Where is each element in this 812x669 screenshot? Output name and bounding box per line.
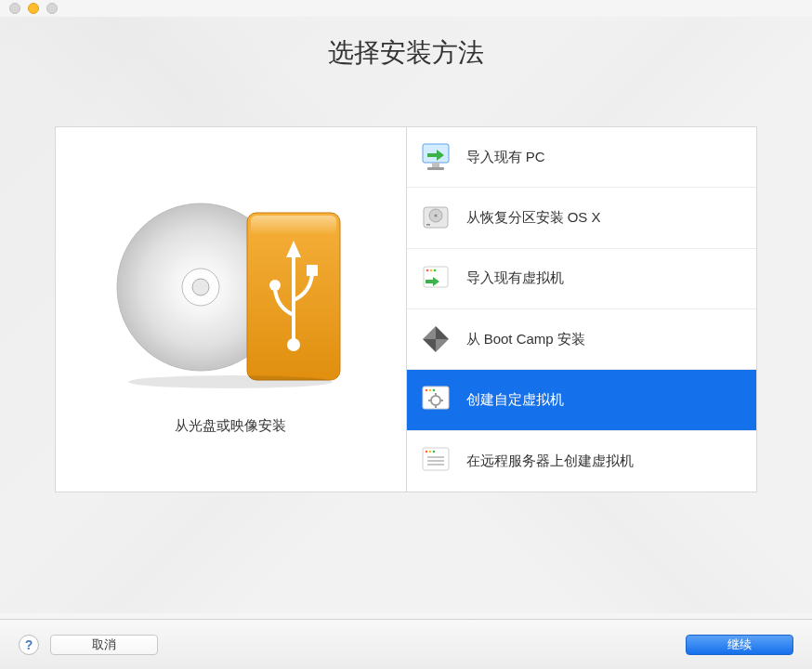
svg-rect-4 bbox=[251, 216, 336, 236]
svg-point-21 bbox=[429, 269, 432, 272]
continue-button[interactable]: 继续 bbox=[686, 635, 793, 655]
window-close-button[interactable] bbox=[9, 3, 20, 14]
remote-vm-icon bbox=[418, 443, 453, 479]
svg-marker-27 bbox=[436, 339, 449, 352]
left-panel-caption: 从光盘或映像安装 bbox=[175, 417, 286, 435]
svg-rect-42 bbox=[427, 460, 444, 462]
svg-rect-43 bbox=[427, 464, 444, 466]
content-panel: 从光盘或映像安装 导入现有 PC bbox=[55, 126, 757, 492]
svg-point-6 bbox=[287, 338, 300, 351]
options-list: 导入现有 PC 从恢复分区安装 OS X bbox=[407, 127, 757, 492]
svg-point-29 bbox=[425, 389, 427, 392]
option-import-vm[interactable]: 导入现有虚拟机 bbox=[407, 249, 757, 309]
vm-import-icon bbox=[418, 261, 453, 296]
svg-marker-25 bbox=[423, 326, 436, 339]
svg-point-38 bbox=[425, 451, 427, 453]
option-label: 从恢复分区安装 OS X bbox=[466, 209, 601, 227]
svg-marker-24 bbox=[436, 326, 449, 339]
svg-point-40 bbox=[432, 451, 435, 453]
option-import-pc[interactable]: 导入现有 PC bbox=[407, 127, 757, 188]
svg-point-22 bbox=[433, 269, 436, 272]
svg-rect-41 bbox=[427, 456, 444, 458]
svg-point-10 bbox=[128, 375, 333, 388]
cancel-button[interactable]: 取消 bbox=[50, 635, 158, 655]
option-create-remote-vm[interactable]: 在远程服务器上创建虚拟机 bbox=[407, 431, 757, 492]
svg-point-39 bbox=[428, 451, 431, 453]
option-label: 在远程服务器上创建虚拟机 bbox=[466, 453, 634, 470]
custom-vm-icon bbox=[418, 382, 453, 417]
svg-point-2 bbox=[192, 279, 209, 295]
bootcamp-icon bbox=[418, 321, 453, 357]
option-create-custom-vm[interactable]: 创建自定虚拟机 bbox=[407, 370, 757, 430]
option-label: 创建自定虚拟机 bbox=[466, 391, 564, 409]
svg-point-31 bbox=[432, 389, 435, 392]
option-label: 从 Boot Camp 安装 bbox=[466, 331, 585, 348]
disc-usb-illustration bbox=[110, 185, 351, 389]
option-install-bootcamp[interactable]: 从 Boot Camp 安装 bbox=[407, 309, 757, 370]
svg-point-8 bbox=[269, 280, 281, 291]
svg-rect-13 bbox=[427, 167, 444, 170]
svg-point-20 bbox=[426, 269, 428, 272]
page-title: 选择安装方法 bbox=[0, 35, 812, 71]
hdd-icon bbox=[418, 200, 453, 235]
help-button[interactable]: ? bbox=[19, 635, 39, 655]
svg-rect-18 bbox=[426, 224, 430, 226]
titlebar bbox=[0, 0, 812, 17]
option-label: 导入现有虚拟机 bbox=[466, 269, 564, 287]
option-label: 导入现有 PC bbox=[466, 149, 545, 166]
svg-rect-12 bbox=[432, 163, 439, 167]
pc-import-icon bbox=[418, 139, 453, 175]
left-panel: 从光盘或映像安装 bbox=[56, 127, 407, 492]
window-minimize-button[interactable] bbox=[28, 3, 39, 14]
svg-point-17 bbox=[434, 215, 437, 217]
svg-marker-26 bbox=[423, 339, 436, 352]
svg-rect-9 bbox=[307, 265, 318, 276]
footer: ? 取消 继续 bbox=[0, 619, 812, 669]
window-maximize-button[interactable] bbox=[46, 3, 58, 14]
option-install-osx-recovery[interactable]: 从恢复分区安装 OS X bbox=[407, 188, 757, 248]
svg-point-30 bbox=[428, 389, 431, 392]
